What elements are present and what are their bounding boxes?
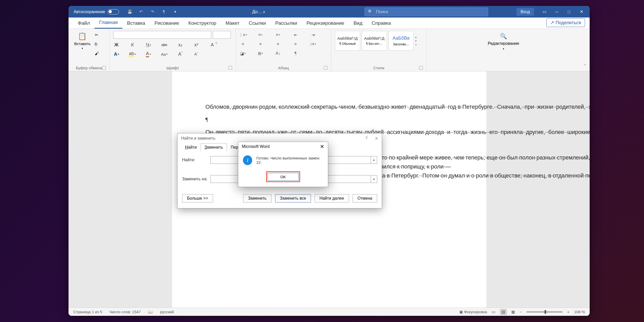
highlight-button[interactable]: ab▾ (129, 51, 135, 57)
font-size-combo[interactable] (213, 31, 231, 39)
font-color-button[interactable]: A▾ (145, 51, 151, 57)
pilcrow-icon[interactable]: ¶ (161, 9, 167, 15)
page-indicator[interactable]: Страница 1 из 5 (73, 310, 102, 314)
style-normal[interactable]: АаБбВвГгД ¶ Обычный (335, 31, 360, 50)
search-input[interactable] (376, 9, 485, 14)
copy-icon[interactable]: ⎘ (95, 42, 99, 47)
tab-file[interactable]: Файл (73, 18, 95, 29)
language-indicator[interactable]: русский (160, 310, 174, 314)
tab-design[interactable]: Конструктор (184, 18, 221, 29)
editing-button[interactable]: 🔍 Редактирование ▾ (430, 31, 577, 52)
tab-mailings[interactable]: Рассылки (270, 18, 302, 29)
italic-button[interactable]: К (129, 42, 135, 48)
cancel-button[interactable]: Отмена (353, 194, 377, 202)
zoom-out-button[interactable]: − (520, 310, 522, 314)
save-icon[interactable]: 💾 (127, 9, 133, 15)
subscript-button[interactable]: x₂ (177, 42, 183, 48)
dialog-launcher-icon[interactable] (228, 66, 232, 70)
collapse-ribbon-button[interactable]: ˄ (580, 29, 590, 71)
style-nospacing[interactable]: АаБбВвГгД ¶ Без инт… (362, 31, 387, 50)
search-box[interactable]: 🔍 (365, 7, 488, 16)
qat-dropdown-icon[interactable]: ▾ (172, 9, 178, 15)
help-icon[interactable]: ? (365, 136, 368, 141)
superscript-button[interactable]: x² (193, 42, 199, 48)
cut-icon[interactable]: ✂ (95, 32, 99, 37)
close-icon[interactable]: ✕ (320, 143, 324, 150)
shading-button[interactable]: ◪▾ (240, 50, 246, 56)
justify-button[interactable]: ≡ (292, 41, 299, 47)
word-count[interactable]: Число слов: 1547 (109, 310, 141, 314)
numbering-button[interactable]: ≡▾ (257, 32, 264, 38)
spell-check-icon[interactable]: 📖 (148, 310, 153, 314)
borders-button[interactable]: ⊞▾ (257, 50, 264, 56)
text-effects-button[interactable]: A▾ (113, 51, 120, 57)
align-right-button[interactable]: ≡ (275, 41, 281, 47)
font-family-combo[interactable] (113, 31, 211, 39)
focus-mode-button[interactable]: ▣ Фокусировка (459, 310, 487, 314)
find-next-button[interactable]: Найти далее (315, 194, 349, 202)
zoom-level[interactable]: 108 % (574, 310, 585, 314)
strike-button[interactable]: abc (161, 42, 167, 48)
share-button[interactable]: ↗ Поделиться (546, 18, 585, 27)
print-layout-icon[interactable]: ▤ (500, 309, 507, 315)
tab-replace[interactable]: Заменить (201, 143, 227, 151)
read-mode-icon[interactable]: ▭ (492, 310, 495, 314)
format-painter-icon[interactable]: 🖌 (95, 51, 99, 56)
increase-indent-button[interactable]: ⇥ (310, 32, 316, 38)
dialog-launcher-icon[interactable] (102, 66, 106, 70)
bullets-button[interactable]: ⋮≡▾ (240, 32, 246, 38)
align-left-button[interactable]: ≡ (240, 41, 246, 47)
styles-more-button[interactable]: ▴▾≡ (415, 36, 417, 46)
tab-view[interactable]: Вид (349, 18, 367, 29)
autosave-toggle[interactable]: Автосохранение (74, 9, 119, 14)
clear-format-button[interactable]: A◇ (209, 42, 215, 48)
bold-button[interactable]: Ж (113, 42, 120, 48)
underline-button[interactable]: Ч▾ (145, 42, 151, 48)
empty-paragraph[interactable]: ¶ (206, 115, 453, 124)
undo-icon[interactable]: ↶ (138, 9, 144, 15)
close-icon[interactable]: ✕ (579, 9, 584, 14)
close-icon[interactable]: ✕ (375, 136, 378, 141)
minimize-icon[interactable]: ─ (554, 9, 559, 14)
login-button[interactable]: Вход (516, 8, 534, 16)
zoom-slider[interactable] (527, 311, 563, 312)
show-marks-button[interactable]: ¶ (292, 50, 299, 56)
redo-icon[interactable]: ↷ (149, 9, 156, 15)
msgbox-titlebar[interactable]: Microsoft Word ✕ (238, 142, 328, 151)
align-center-button[interactable]: ≡ (257, 41, 264, 47)
dialog-launcher-icon[interactable] (324, 66, 327, 70)
web-layout-icon[interactable]: ▦ (511, 310, 515, 314)
group-paragraph: ⋮≡▾ ≡▾ ≡▾ ⇤ ⇥ ≡ ≡ ≡ ≡ ↕≡▾ ◪▾ ⊞▾ A↓ (236, 29, 331, 71)
replace-dropdown-icon[interactable]: ▾ (371, 175, 377, 183)
shrink-font-button[interactable]: A˅ (193, 51, 199, 57)
tab-draw[interactable]: Рисование (150, 18, 184, 29)
tab-review[interactable]: Рецензирование (302, 18, 349, 29)
find-dropdown-icon[interactable]: ▾ (371, 156, 377, 164)
maximize-icon[interactable]: □ (566, 9, 572, 14)
dialog-launcher-icon[interactable] (419, 66, 423, 70)
sort-button[interactable]: A↓ (275, 50, 281, 56)
multilevel-button[interactable]: ≡▾ (275, 32, 281, 38)
replace-button[interactable]: Заменить (243, 194, 272, 202)
zoom-in-button[interactable]: + (567, 310, 570, 314)
style-heading1[interactable]: АаБбВв Заголово… (388, 31, 414, 50)
paste-button[interactable]: 📋 Вставить ▾ (72, 31, 93, 56)
ok-button[interactable]: OK (268, 173, 299, 181)
tab-home[interactable]: Главная (95, 17, 122, 29)
clipboard-group-label: Буфер обмена (72, 65, 106, 70)
tab-find[interactable]: Найти (181, 143, 201, 151)
grow-font-button[interactable]: A^ (177, 51, 183, 57)
tab-layout[interactable]: Макет (221, 18, 244, 29)
tab-insert[interactable]: Вставка (122, 18, 150, 29)
tab-references[interactable]: Ссылки (244, 18, 270, 29)
line-spacing-button[interactable]: ↕≡▾ (310, 41, 316, 47)
toggle-switch[interactable] (108, 9, 119, 14)
change-case-button[interactable]: Aa▾ (161, 51, 167, 57)
tab-help[interactable]: Справка (367, 18, 396, 29)
search-icon: 🔍 (368, 9, 373, 14)
ribbon-mode-icon[interactable]: ▭ (542, 9, 547, 14)
decrease-indent-button[interactable]: ⇤ (292, 32, 299, 38)
more-button[interactable]: Больше >> (182, 194, 213, 202)
replace-all-button[interactable]: Заменить все (275, 194, 311, 202)
paragraph[interactable]: Обломов,·дворянин·родом,·коллежский·секр… (206, 102, 453, 111)
